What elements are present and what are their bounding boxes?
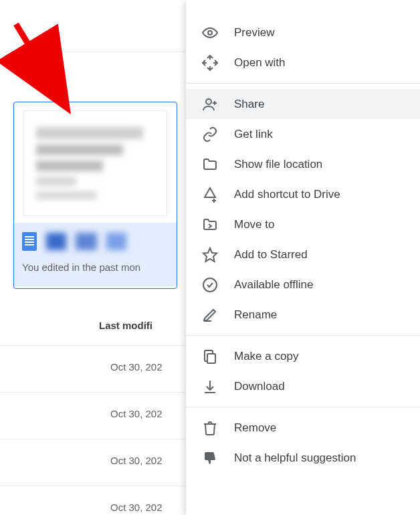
- date-cell: Oct 30, 202: [110, 502, 163, 513]
- menu-move-to[interactable]: Move to: [186, 209, 420, 239]
- copy-icon: [202, 348, 218, 365]
- star-icon: [202, 247, 218, 263]
- date-cell: Oct 30, 202: [110, 361, 163, 373]
- menu-label: Not a helpful suggestion: [234, 451, 356, 465]
- menu-label: Rename: [234, 308, 277, 322]
- menu-label: Get link: [234, 128, 273, 141]
- menu-preview[interactable]: Preview: [186, 17, 420, 47]
- file-edit-status: You edited in the past mon: [22, 262, 169, 273]
- menu-label: Move to: [234, 218, 274, 231]
- svg-point-5: [206, 99, 211, 104]
- menu-not-helpful[interactable]: Not a helpful suggestion: [186, 443, 420, 473]
- menu-download[interactable]: Download: [186, 371, 420, 401]
- menu-label: Open with: [234, 56, 286, 70]
- menu-rename[interactable]: Rename: [186, 300, 420, 330]
- menu-show-location[interactable]: Show file location: [186, 149, 420, 179]
- svg-point-4: [208, 31, 212, 35]
- menu-get-link[interactable]: Get link: [186, 119, 420, 149]
- offline-icon: [202, 277, 218, 293]
- menu-add-starred[interactable]: Add to Starred: [186, 239, 420, 270]
- file-card-footer: You edited in the past mon: [14, 223, 177, 286]
- open-with-icon: [202, 55, 218, 71]
- menu-label: Add to Starred: [234, 248, 308, 262]
- menu-label: Add shortcut to Drive: [234, 188, 340, 201]
- menu-label: Available offline: [234, 278, 313, 292]
- menu-remove[interactable]: Remove: [186, 413, 420, 443]
- link-icon: [202, 126, 218, 142]
- google-doc-icon: [22, 232, 37, 251]
- download-icon: [202, 379, 218, 395]
- menu-add-shortcut[interactable]: Add shortcut to Drive: [186, 179, 420, 209]
- move-folder-icon: [202, 217, 218, 233]
- menu-make-copy[interactable]: Make a copy: [186, 341, 420, 371]
- folder-icon: [202, 157, 218, 173]
- trash-icon: [202, 420, 218, 436]
- menu-label: Show file location: [234, 158, 322, 171]
- file-thumbnail: [23, 110, 167, 216]
- drive-shortcut-icon: [202, 187, 218, 203]
- svg-marker-10: [203, 248, 217, 262]
- menu-label: Share: [234, 98, 264, 111]
- person-add-icon: [202, 96, 218, 112]
- menu-label: Preview: [234, 26, 274, 39]
- date-cell: Oct 30, 202: [110, 455, 163, 466]
- date-cell: Oct 30, 202: [110, 408, 163, 419]
- menu-available-offline[interactable]: Available offline: [186, 270, 420, 300]
- svg-rect-13: [207, 354, 215, 363]
- menu-label: Remove: [234, 421, 276, 435]
- pencil-icon: [202, 307, 218, 323]
- menu-open-with[interactable]: Open with: [186, 47, 420, 78]
- context-menu: Preview Open with Share Get link Show fi…: [186, 0, 420, 515]
- file-card[interactable]: You edited in the past mon: [13, 102, 177, 289]
- svg-point-11: [203, 278, 217, 292]
- menu-label: Download: [234, 380, 285, 393]
- svg-line-1: [16, 24, 62, 99]
- menu-share[interactable]: Share: [186, 89, 420, 119]
- menu-label: Make a copy: [234, 350, 298, 363]
- eye-icon: [202, 25, 218, 41]
- column-last-modified[interactable]: Last modifi: [99, 320, 152, 331]
- thumbs-down-icon: [202, 450, 218, 466]
